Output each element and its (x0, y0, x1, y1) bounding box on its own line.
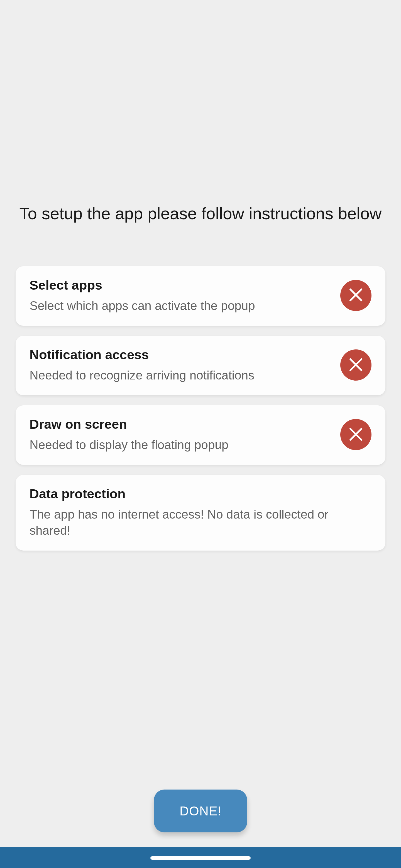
status-button-select-apps[interactable] (340, 280, 371, 311)
card-text: Select apps Select which apps can activa… (30, 277, 332, 313)
close-icon (349, 358, 363, 373)
card-subtitle: Needed to display the floating popup (30, 437, 332, 453)
system-nav-bar (0, 847, 401, 868)
card-title: Select apps (30, 277, 332, 293)
setup-card-list: Select apps Select which apps can activa… (16, 266, 385, 551)
gesture-pill[interactable] (150, 856, 251, 860)
card-title: Notification access (30, 347, 332, 362)
card-text: Draw on screen Needed to display the flo… (30, 416, 332, 453)
setup-heading: To setup the app please follow instructi… (16, 203, 385, 224)
card-subtitle: The app has no internet access! No data … (30, 506, 371, 538)
card-notification-access[interactable]: Notification access Needed to recognize … (16, 336, 385, 395)
card-data-protection: Data protection The app has no internet … (16, 475, 385, 550)
close-icon (349, 427, 363, 442)
card-subtitle: Needed to recognize arriving notificatio… (30, 367, 332, 383)
card-subtitle: Select which apps can activate the popup (30, 298, 332, 313)
card-text: Data protection The app has no internet … (30, 486, 371, 538)
card-text: Notification access Needed to recognize … (30, 347, 332, 383)
done-button[interactable]: DONE! (154, 789, 247, 832)
card-title: Data protection (30, 486, 371, 501)
status-button-notification-access[interactable] (340, 349, 371, 380)
setup-screen: To setup the app please follow instructi… (0, 0, 401, 551)
card-title: Draw on screen (30, 416, 332, 432)
close-icon (349, 288, 363, 303)
status-button-draw-on-screen[interactable] (340, 419, 371, 450)
card-draw-on-screen[interactable]: Draw on screen Needed to display the flo… (16, 405, 385, 465)
card-select-apps[interactable]: Select apps Select which apps can activa… (16, 266, 385, 326)
